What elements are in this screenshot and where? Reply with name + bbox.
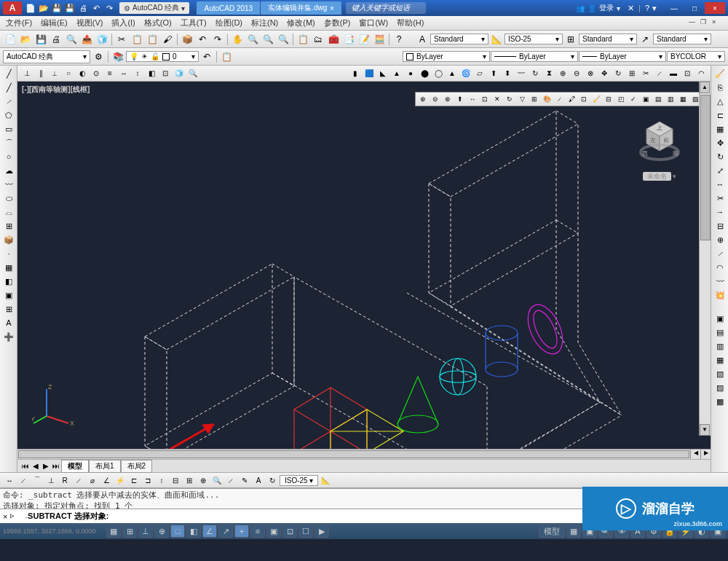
doc-tab-active[interactable]: 实体编辑并集.dwg × <box>261 1 341 15</box>
solid-presspull[interactable]: ⬍ <box>501 67 514 80</box>
zoomprev-button[interactable]: 🔍 <box>276 32 290 47</box>
app-logo[interactable]: A <box>3 1 22 15</box>
ellipsearc-button[interactable]: ⌓ <box>1 205 16 219</box>
dim-aligned[interactable]: ⟋ <box>17 474 30 487</box>
dim-tolerance[interactable]: ⊞ <box>183 474 196 487</box>
3drotate-button[interactable]: ↻ <box>612 67 625 80</box>
chevron-down-icon[interactable]: ▾ <box>652 4 657 13</box>
layer-dropdown[interactable]: 💡 ☀ 🔓 0 ▾ <box>126 51 199 62</box>
cut-button[interactable]: ✂ <box>114 32 129 47</box>
dim-arc[interactable]: ⌒ <box>31 474 44 487</box>
scale-button[interactable]: ⤢ <box>713 164 727 177</box>
cmd-close-icon[interactable]: × <box>3 512 7 521</box>
maximize-button[interactable]: □ <box>684 2 705 14</box>
qv-layouts[interactable]: ▦ <box>566 525 581 538</box>
mdi-min[interactable]: — <box>689 18 699 28</box>
arc-button[interactable]: ⌒ <box>1 136 16 149</box>
solid-wedge[interactable]: ◣ <box>376 67 389 80</box>
mdi-close[interactable]: × <box>712 18 722 28</box>
blend-button[interactable]: 〰 <box>713 275 727 288</box>
am-button[interactable]: ▶ <box>314 525 329 538</box>
imprint-button[interactable]: ⊡ <box>681 67 694 80</box>
solid-torus[interactable]: ◯ <box>432 67 445 80</box>
color-dropdown[interactable]: ByLayer▾ <box>403 51 490 62</box>
close-tab-icon[interactable]: × <box>330 4 334 12</box>
ortho-button[interactable]: ⊥ <box>138 525 153 538</box>
sheetset-button[interactable]: 📑 <box>341 32 356 47</box>
constraint-btn-12[interactable]: 🧊 <box>173 67 186 80</box>
plotstyle-dropdown[interactable]: BYCOLOR▾ <box>667 51 725 62</box>
zoom-button[interactable]: 🔍 <box>245 32 260 47</box>
move-button[interactable]: ✥ <box>713 136 727 149</box>
erase-button[interactable]: 🧹 <box>713 67 727 80</box>
undo-button[interactable]: ↶ <box>195 32 210 47</box>
calc-button[interactable]: 🧮 <box>372 32 387 47</box>
solid-pyramid[interactable]: ▲ <box>446 67 459 80</box>
line-button[interactable]: ╱ <box>1 67 16 80</box>
markup-button[interactable]: 📝 <box>357 32 371 47</box>
menu-file[interactable]: 文件(F) <box>6 17 32 28</box>
linetype-dropdown[interactable]: ByLayer▾ <box>491 51 578 62</box>
tab-model[interactable]: 模型 <box>61 460 89 473</box>
draworder-btn1[interactable]: ▣ <box>713 312 727 325</box>
spline-button[interactable]: 〰 <box>1 178 16 191</box>
constraint-btn-4[interactable]: ○ <box>62 67 75 80</box>
textstyle-icon[interactable]: A <box>415 32 430 47</box>
constraint-btn-13[interactable]: 🔍 <box>186 67 199 80</box>
menu-help[interactable]: 帮助(H) <box>397 17 424 28</box>
addselected-button[interactable]: ➕ <box>1 330 16 343</box>
menu-draw[interactable]: 绘图(D) <box>215 17 242 28</box>
help-icon[interactable]: ? <box>645 4 649 12</box>
extend-button[interactable]: → <box>713 205 727 219</box>
menu-tools[interactable]: 工具(T) <box>181 17 207 28</box>
copy-button[interactable]: ⎘ <box>713 81 727 94</box>
ducs-button[interactable]: ↗ <box>218 525 233 538</box>
point-button[interactable]: · <box>1 247 16 260</box>
lineweight-dropdown[interactable]: ByLayer▾ <box>579 51 666 62</box>
slice-button[interactable]: ⟋ <box>653 67 666 80</box>
tpy-button[interactable]: ▣ <box>266 525 281 538</box>
rotate-button[interactable]: ↻ <box>713 150 727 163</box>
chamfer-button[interactable]: ⟋ <box>713 247 727 260</box>
region-button[interactable]: ▣ <box>1 289 16 302</box>
fillet-button[interactable]: ◠ <box>695 67 708 80</box>
3ddwf-button[interactable]: 🧊 <box>95 32 109 47</box>
dim-quick[interactable]: ⚡ <box>114 474 127 487</box>
mdi-restore[interactable]: ❐ <box>700 18 711 28</box>
layer-prev-button[interactable]: ↶ <box>199 50 214 64</box>
solid-planar[interactable]: ▱ <box>473 67 486 80</box>
osnap-button[interactable]: □ <box>170 525 185 538</box>
menu-insert[interactable]: 插入(I) <box>111 17 135 28</box>
circle-button[interactable]: ○ <box>1 150 16 163</box>
zoomwin-button[interactable]: 🔍 <box>261 32 275 47</box>
minimize-button[interactable]: — <box>664 2 684 14</box>
solid-cone[interactable]: ▲ <box>390 67 403 80</box>
draworder-btn5[interactable]: ▧ <box>713 367 727 380</box>
hatch-button[interactable]: ▦ <box>1 261 16 274</box>
dim-break[interactable]: ⊟ <box>169 474 182 487</box>
table-button[interactable]: ⊞ <box>1 302 16 315</box>
dim-inspect[interactable]: 🔍 <box>210 474 223 487</box>
new-icon[interactable]: 📄 <box>25 2 36 14</box>
constraint-btn-3[interactable]: ⟂ <box>48 67 61 80</box>
publish-button[interactable]: 📤 <box>79 32 94 47</box>
section-button[interactable]: ✂ <box>639 67 652 80</box>
solid-sphere[interactable]: ● <box>404 67 417 80</box>
dimstyle-manager[interactable]: 📐 <box>319 474 332 487</box>
tab-last[interactable]: ⏭ <box>51 461 61 471</box>
search-input[interactable]: 键入关键字或短语 <box>346 2 426 14</box>
tab-next[interactable]: ▶ <box>41 461 51 471</box>
solid-subtract[interactable]: ⊖ <box>570 67 583 80</box>
stretch-button[interactable]: ↔ <box>713 178 727 191</box>
3dosnap-button[interactable]: ◧ <box>186 525 201 538</box>
solid-union[interactable]: ⊕ <box>556 67 569 80</box>
dim-textedit[interactable]: A <box>252 474 265 487</box>
menu-edit[interactable]: 编辑(E) <box>41 17 68 28</box>
rectangle-button[interactable]: ▭ <box>1 122 16 136</box>
constraint-btn-6[interactable]: ⊙ <box>90 67 103 80</box>
dimstyle-current[interactable]: ISO-25 ▾ <box>280 475 318 486</box>
dim-baseline[interactable]: ⊏ <box>127 474 141 487</box>
exchange-icon[interactable]: ✕ <box>628 4 634 13</box>
solid-polysolid[interactable]: ▮ <box>349 67 362 80</box>
horizontal-scrollbar[interactable] <box>18 450 689 458</box>
